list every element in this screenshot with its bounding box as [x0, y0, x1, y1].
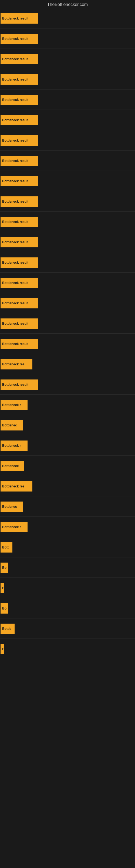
bar-label: Bottleneck result: [2, 78, 28, 82]
bar-row: Bottleneck result: [0, 191, 135, 212]
result-bar[interactable]: Bottleneck result: [1, 176, 38, 186]
result-bar[interactable]: Bottleneck res: [1, 481, 32, 492]
bar-row: B: [0, 639, 135, 659]
bar-label: Bottlenec: [2, 505, 17, 508]
bar-label: Bottleneck result: [2, 220, 28, 224]
bar-label: Bottleneck result: [2, 261, 28, 265]
bar-row: Bottleneck res: [0, 476, 135, 496]
bar-label: Bottleneck result: [2, 118, 28, 122]
bar-row: Bott: [0, 537, 135, 557]
bar-label: Bottleneck result: [2, 301, 28, 305]
result-bar[interactable]: Bottleneck result: [1, 379, 38, 390]
result-bar[interactable]: Bottleneck result: [1, 318, 38, 329]
bar-label: Bottleneck result: [2, 240, 28, 244]
bar-row: Bottleneck result: [0, 374, 135, 395]
result-bar[interactable]: Bottleneck result: [1, 135, 38, 146]
bar-row: Bottlenec: [0, 415, 135, 435]
bar-label: Bottleneck: [2, 464, 18, 468]
result-bar[interactable]: Bottleneck r: [1, 400, 28, 410]
bar-row: Bottleneck result: [0, 8, 135, 29]
bar-label: Bottleneck r: [2, 403, 21, 407]
result-bar[interactable]: Bottleneck result: [1, 217, 38, 227]
result-bar[interactable]: Bo: [1, 563, 8, 573]
bar-label: Bottleneck result: [2, 342, 28, 346]
site-title: TheBottlenecker.com: [0, 0, 135, 8]
bar-label: Bottleneck result: [2, 37, 28, 41]
bar-row: Bottleneck result: [0, 49, 135, 69]
bar-label: B: [2, 586, 4, 590]
result-bar[interactable]: B: [1, 583, 4, 593]
result-bar[interactable]: Bottleneck result: [1, 278, 38, 288]
bar-row: Bottleneck result: [0, 252, 135, 273]
result-bar[interactable]: Bottleneck result: [1, 115, 38, 125]
bar-label: Bottleneck result: [2, 138, 28, 143]
bar-label: Bottleneck result: [2, 17, 28, 20]
bar-label: Bottleneck res: [2, 362, 25, 366]
bar-row: Bottleneck result: [0, 212, 135, 232]
bar-label: Bottleneck result: [2, 98, 28, 102]
bar-label: Bottle: [2, 627, 11, 631]
result-bar[interactable]: Bottle: [1, 624, 14, 634]
bar-label: Bott: [2, 546, 9, 549]
bar-row: Bottleneck r: [0, 435, 135, 456]
bar-row: Bottleneck result: [0, 151, 135, 171]
bar-label: Bo: [2, 607, 6, 610]
bar-label: Bottlenec: [2, 424, 17, 427]
bar-row: Bottleneck: [0, 456, 135, 476]
result-bar[interactable]: Bott: [1, 542, 12, 553]
result-bar[interactable]: B: [1, 644, 4, 654]
result-bar[interactable]: Bottleneck result: [1, 13, 38, 24]
result-bar[interactable]: Bottleneck r: [1, 522, 28, 532]
bar-row: Bo: [0, 557, 135, 578]
bar-row: Bottleneck result: [0, 69, 135, 90]
bar-row: Bottleneck result: [0, 293, 135, 313]
bar-row: Bottleneck result: [0, 232, 135, 252]
bar-row: Bo: [0, 598, 135, 618]
bar-label: Bottleneck result: [2, 57, 28, 61]
bar-label: Bottleneck r: [2, 444, 21, 447]
result-bar[interactable]: Bottleneck r: [1, 440, 28, 451]
bar-row: Bottleneck result: [0, 171, 135, 191]
result-bar[interactable]: Bottleneck result: [1, 74, 38, 85]
result-bar[interactable]: Bottleneck result: [1, 257, 38, 268]
result-bar[interactable]: Bottleneck result: [1, 34, 38, 44]
bar-row: Bottleneck r: [0, 395, 135, 415]
bar-row: B: [0, 578, 135, 598]
bar-label: B: [2, 647, 4, 651]
bar-row: Bottleneck result: [0, 313, 135, 334]
bar-label: Bottleneck result: [2, 383, 28, 386]
result-bar[interactable]: Bottleneck res: [1, 359, 32, 369]
bar-row: Bottleneck result: [0, 110, 135, 130]
result-bar[interactable]: Bottleneck result: [1, 156, 38, 166]
result-bar[interactable]: Bottleneck result: [1, 298, 38, 308]
result-bar[interactable]: Bottleneck result: [1, 196, 38, 207]
result-bar[interactable]: Bo: [1, 603, 8, 614]
bar-row: Bottleneck result: [0, 334, 135, 354]
bar-label: Bottleneck r: [2, 525, 21, 529]
bar-label: Bottleneck result: [2, 159, 28, 163]
result-bar[interactable]: Bottleneck result: [1, 339, 38, 349]
bar-row: Bottleneck result: [0, 130, 135, 151]
bar-label: Bottleneck res: [2, 485, 25, 488]
result-bar[interactable]: Bottleneck result: [1, 237, 38, 247]
bar-label: Bottleneck result: [2, 322, 28, 326]
result-bar[interactable]: Bottleneck result: [1, 95, 38, 105]
bar-label: Bottleneck result: [2, 199, 28, 204]
bar-label: Bo: [2, 566, 6, 569]
bar-row: Bottleneck result: [0, 29, 135, 49]
result-bar[interactable]: Bottlenec: [1, 501, 23, 512]
bar-row: Bottleneck res: [0, 354, 135, 374]
bar-label: Bottleneck result: [2, 179, 28, 183]
bar-row: Bottleneck result: [0, 273, 135, 293]
result-bar[interactable]: Bottleneck: [1, 461, 24, 471]
bar-label: Bottleneck result: [2, 281, 28, 285]
bar-row: Bottleneck r: [0, 517, 135, 537]
bar-row: Bottleneck result: [0, 90, 135, 110]
result-bar[interactable]: Bottleneck result: [1, 54, 38, 64]
bar-row: Bottlenec: [0, 496, 135, 517]
result-bar[interactable]: Bottlenec: [1, 420, 23, 431]
bar-row: Bottle: [0, 618, 135, 639]
